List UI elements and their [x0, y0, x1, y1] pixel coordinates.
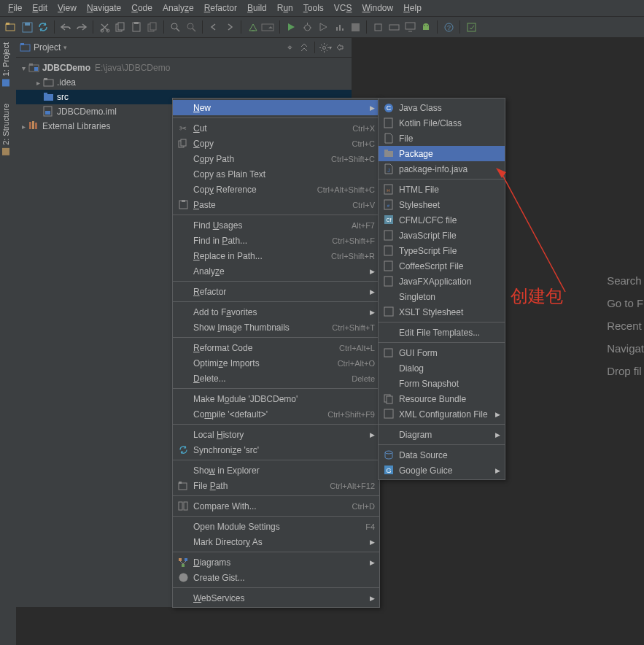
ctx-refactor[interactable]: Refactor▶ [173, 284, 379, 299]
sub-datasource[interactable]: Data Source [379, 447, 505, 463]
cut-icon[interactable] [96, 19, 112, 35]
ctx-optimize-imports[interactable]: Optimize ImportsCtrl+Alt+O [173, 355, 379, 371]
tab-project[interactable]: 1: Project [0, 38, 12, 90]
sub-html[interactable]: HHTML File [379, 182, 505, 197]
tab-structure[interactable]: 2: Structure [0, 99, 12, 160]
ctx-new[interactable]: New▶ [173, 100, 379, 115]
open-icon[interactable] [3, 19, 19, 35]
back-icon[interactable] [206, 19, 222, 35]
ctx-compile[interactable]: Compile '<default>'Ctrl+Shift+F9 [173, 406, 379, 422]
stop-icon[interactable] [347, 19, 363, 35]
ctx-synchronize[interactable]: Synchronize 'src' [173, 442, 379, 457]
sub-resource-bundle[interactable]: Resource Bundle [379, 391, 505, 406]
profile-icon[interactable] [331, 19, 347, 35]
whatsnew-icon[interactable] [463, 19, 479, 35]
ctx-find-usages[interactable]: Find UsagesAlt+F7 [173, 217, 379, 233]
menu-refactor[interactable]: Refactor [199, 1, 242, 15]
menu-edit[interactable]: Edit [27, 1, 53, 15]
build-icon[interactable] [244, 19, 260, 35]
menu-analyze[interactable]: Analyze [158, 1, 199, 15]
sync-icon[interactable] [35, 19, 51, 35]
paste-icon[interactable] [128, 19, 144, 35]
ctx-diagrams[interactable]: Diagrams▶ [173, 555, 379, 570]
sub-diagram[interactable]: Diagram▶ [379, 427, 505, 442]
sub-google-guice[interactable]: GGoogle Guice▶ [379, 463, 505, 478]
ctx-copy-reference[interactable]: Copy ReferenceCtrl+Alt+Shift+C [173, 182, 379, 197]
save-icon[interactable] [19, 19, 35, 35]
sub-xml-config[interactable]: XML Configuration File▶ [379, 406, 505, 422]
select-config-icon[interactable] [260, 19, 276, 35]
ctx-copy-path[interactable]: Copy PathCtrl+Shift+C [173, 151, 379, 166]
menu-file[interactable]: File [3, 1, 27, 15]
sub-xslt[interactable]: XSLT Stylesheet [379, 304, 505, 320]
sub-coffeescript[interactable]: CoffeeScript File [379, 258, 505, 274]
ctx-analyze[interactable]: Analyze▶ [173, 263, 379, 279]
menu-view[interactable]: View [53, 1, 82, 15]
debug-icon[interactable] [299, 19, 315, 35]
ctx-make-module[interactable]: Make Module 'JDBCDemo' [173, 391, 379, 406]
tree-project-root[interactable]: ▾ JDBCDemo E:\java\JDBCDemo [16, 61, 352, 75]
run-coverage-icon[interactable] [315, 19, 331, 35]
redo-icon[interactable] [74, 19, 90, 35]
run-icon[interactable] [283, 19, 299, 35]
ctx-reformat-code[interactable]: Reformat CodeCtrl+Alt+L [173, 340, 379, 355]
sub-stylesheet[interactable]: #Stylesheet [379, 197, 505, 212]
ctx-find-in-path[interactable]: Find in Path...Ctrl+Shift+F [173, 233, 379, 248]
replace-icon[interactable] [183, 19, 199, 35]
ctx-create-gist[interactable]: Create Gist... [173, 570, 379, 585]
menu-help[interactable]: Help [398, 1, 427, 15]
monitor-icon[interactable] [402, 19, 418, 35]
sub-singleton[interactable]: Singleton [379, 289, 505, 304]
sub-file[interactable]: File [379, 131, 505, 146]
menu-build[interactable]: Build [242, 1, 272, 15]
sdk-icon[interactable] [386, 19, 402, 35]
find-icon[interactable] [167, 19, 183, 35]
collapse-icon[interactable] [297, 40, 311, 55]
ctx-file-path[interactable]: File PathCtrl+Alt+F12 [173, 478, 379, 493]
sub-package[interactable]: Package [379, 146, 505, 161]
ctx-show-thumbnails[interactable]: Show Image ThumbnailsCtrl+Shift+T [173, 320, 379, 335]
sub-javascript[interactable]: JavaScript File [379, 228, 505, 243]
ctx-local-history[interactable]: Local History▶ [173, 427, 379, 442]
menu-code[interactable]: Code [126, 1, 158, 15]
sub-edit-templates[interactable]: Edit File Templates... [379, 325, 505, 340]
ctx-cut[interactable]: ✂CutCtrl+X [173, 120, 379, 136]
tree-idea-folder[interactable]: ▸ .idea [16, 75, 352, 90]
menu-vcs[interactable]: VCS [329, 1, 357, 15]
ctx-replace-in-path[interactable]: Replace in Path...Ctrl+Shift+R [173, 248, 379, 263]
sub-javafx[interactable]: JavaFXApplication [379, 274, 505, 289]
menu-run[interactable]: Run [272, 1, 298, 15]
menu-tools[interactable]: Tools [298, 1, 329, 15]
sub-dialog[interactable]: Dialog [379, 360, 505, 376]
forward-icon[interactable] [222, 19, 238, 35]
hide-icon[interactable] [333, 40, 347, 55]
ctx-compare-with[interactable]: Compare With...Ctrl+D [173, 498, 379, 514]
sub-cfml[interactable]: CfCFML/CFC file [379, 212, 505, 228]
ctx-mark-directory[interactable]: Mark Directory As▶ [173, 534, 379, 549]
copy2-icon[interactable] [144, 19, 160, 35]
copy-icon[interactable] [112, 19, 128, 35]
sub-form-snapshot[interactable]: Form Snapshot [379, 376, 505, 391]
new-submenu[interactable]: CJava Class Kotlin File/Class File Packa… [378, 98, 505, 480]
android-icon[interactable] [418, 19, 434, 35]
context-menu[interactable]: New▶ ✂CutCtrl+X CopyCtrl+C Copy PathCtrl… [172, 98, 380, 608]
menu-navigate[interactable]: Navigate [82, 1, 126, 15]
ctx-open-module-settings[interactable]: Open Module SettingsF4 [173, 519, 379, 534]
ctx-copy-plain[interactable]: Copy as Plain Text [173, 166, 379, 182]
ctx-delete[interactable]: Delete...Delete [173, 371, 379, 386]
sub-package-info[interactable]: Jpackage-info.java [379, 161, 505, 177]
undo-icon[interactable] [58, 19, 74, 35]
menu-window[interactable]: Window [357, 1, 398, 15]
ctx-copy[interactable]: CopyCtrl+C [173, 136, 379, 151]
sub-kotlin[interactable]: Kotlin File/Class [379, 115, 505, 131]
ctx-add-favorites[interactable]: Add to Favorites▶ [173, 304, 379, 320]
avd-icon[interactable] [370, 19, 386, 35]
ctx-paste[interactable]: PasteCtrl+V [173, 197, 379, 212]
sub-gui-form[interactable]: GUI Form [379, 345, 505, 360]
project-panel-title[interactable]: Project ▾ [20, 42, 67, 53]
ctx-webservices[interactable]: WebServices▶ [173, 590, 379, 606]
scroll-target-icon[interactable]: ⌖ [282, 40, 297, 55]
ctx-show-explorer[interactable]: Show in Explorer [173, 463, 379, 478]
sub-typescript[interactable]: TypeScript File [379, 243, 505, 258]
gear-icon[interactable]: ▾ [318, 40, 333, 55]
